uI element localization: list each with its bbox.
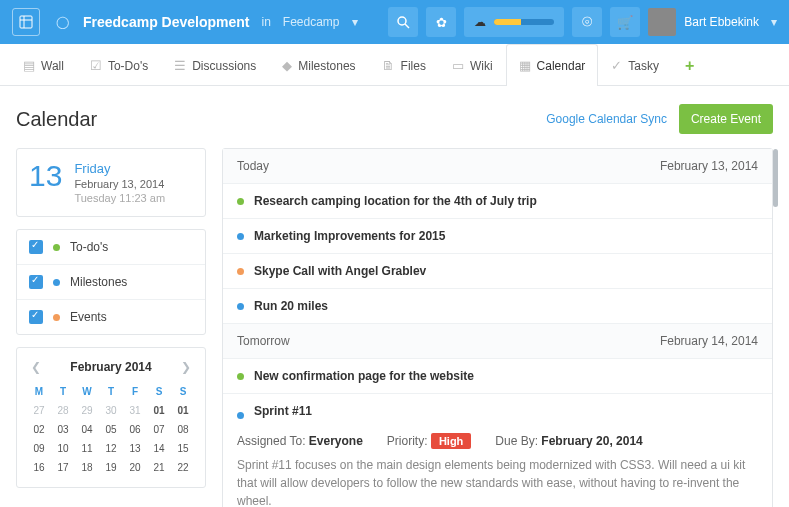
color-dot — [53, 279, 60, 286]
filter-events[interactable]: Events — [17, 299, 205, 334]
section-date: February 14, 2014 — [660, 334, 758, 348]
event-row[interactable]: Marketing Improvements for 2015 — [223, 219, 772, 254]
event-title: Sprint #11 — [254, 404, 312, 418]
filter-label: Events — [70, 310, 107, 324]
cal-prev-icon[interactable]: ❮ — [31, 360, 41, 374]
cal-day[interactable]: 08 — [171, 420, 195, 439]
tab-wall[interactable]: ▤Wall — [10, 44, 77, 86]
event-title: Research camping location for the 4th of… — [254, 194, 537, 208]
cal-day[interactable]: 01 — [171, 401, 195, 420]
discussions-icon: ☰ — [174, 58, 186, 73]
user-name[interactable]: Bart Ebbekink — [684, 15, 759, 29]
filter-list: To-do'sMilestonesEvents — [16, 229, 206, 335]
color-dot — [53, 244, 60, 251]
cal-day[interactable]: 19 — [99, 458, 123, 477]
cal-day[interactable]: 29 — [75, 401, 99, 420]
cal-day[interactable]: 27 — [27, 401, 51, 420]
event-row[interactable]: Skype Call with Angel Grablev — [223, 254, 772, 289]
cal-day[interactable]: 14 — [147, 439, 171, 458]
cal-day[interactable]: 07 — [147, 420, 171, 439]
filter-to-do's[interactable]: To-do's — [17, 230, 205, 264]
storage-indicator[interactable]: ☁ — [464, 7, 564, 37]
svg-line-4 — [405, 24, 409, 28]
event-row[interactable]: Run 20 miles — [223, 289, 772, 324]
event-list: TodayFebruary 13, 2014Research camping l… — [222, 148, 773, 507]
event-row[interactable]: New confirmation page for the website — [223, 359, 772, 394]
cal-day[interactable]: 06 — [123, 420, 147, 439]
project-name[interactable]: Freedcamp Development — [83, 14, 250, 30]
cal-day[interactable]: 03 — [51, 420, 75, 439]
search-icon[interactable] — [388, 7, 418, 37]
chevron-down-icon[interactable]: ▾ — [352, 15, 358, 29]
cal-day[interactable]: 02 — [27, 420, 51, 439]
due-meta: Due By: February 20, 2014 — [495, 434, 642, 448]
app-menu-icon[interactable] — [12, 8, 40, 36]
avatar[interactable] — [648, 8, 676, 36]
cal-day[interactable]: 17 — [51, 458, 75, 477]
cal-day[interactable]: 01 — [147, 401, 171, 420]
tasky-icon: ✓ — [611, 58, 622, 73]
event-title: Skype Call with Angel Grablev — [254, 264, 426, 278]
cal-day[interactable]: 11 — [75, 439, 99, 458]
section-header: TomorrowFebruary 14, 2014 — [223, 324, 772, 359]
cal-day[interactable]: 12 — [99, 439, 123, 458]
checkbox-icon[interactable] — [29, 275, 43, 289]
cal-day[interactable]: 15 — [171, 439, 195, 458]
today-time: Tuesday 11:23 am — [74, 192, 165, 204]
tab-tasky[interactable]: ✓Tasky — [598, 44, 672, 86]
calendar-icon: ▦ — [519, 58, 531, 73]
todos-icon: ☑ — [90, 58, 102, 73]
tab-discussions[interactable]: ☰Discussions — [161, 44, 269, 86]
cal-day[interactable]: 30 — [99, 401, 123, 420]
chevron-down-icon[interactable]: ▾ — [771, 15, 777, 29]
files-icon: 🗎 — [382, 58, 395, 73]
event-row[interactable]: Research camping location for the 4th of… — [223, 184, 772, 219]
svg-point-3 — [398, 17, 406, 25]
cal-day[interactable]: 09 — [27, 439, 51, 458]
scrollbar[interactable] — [773, 149, 778, 207]
filter-label: To-do's — [70, 240, 108, 254]
topbar: ◯ Freedcamp Development in Feedcamp ▾ ✿ … — [0, 0, 789, 44]
page-title: Calendar — [16, 108, 97, 131]
gear-icon[interactable]: ✿ — [426, 7, 456, 37]
cal-day[interactable]: 04 — [75, 420, 99, 439]
workspace-name[interactable]: Feedcamp — [283, 15, 340, 29]
today-weekday: Friday — [74, 161, 165, 176]
section-date: February 13, 2014 — [660, 159, 758, 173]
cal-day[interactable]: 28 — [51, 401, 75, 420]
tab-todos[interactable]: ☑To-Do's — [77, 44, 161, 86]
color-dot — [237, 373, 244, 380]
cart-icon[interactable]: 🛒 — [610, 7, 640, 37]
cal-day[interactable]: 21 — [147, 458, 171, 477]
tab-files[interactable]: 🗎Files — [369, 44, 439, 86]
color-dot — [237, 198, 244, 205]
wiki-icon: ▭ — [452, 58, 464, 73]
wall-icon: ▤ — [23, 58, 35, 73]
event-description: Sprint #11 focuses on the main design el… — [237, 456, 758, 507]
checkbox-icon[interactable] — [29, 310, 43, 324]
mini-calendar: ❮ February 2014 ❯ MTWTFSS272829303101010… — [16, 347, 206, 488]
cal-day[interactable]: 16 — [27, 458, 51, 477]
cal-day[interactable]: 13 — [123, 439, 147, 458]
tab-calendar[interactable]: ▦Calendar — [506, 44, 599, 86]
tab-wiki[interactable]: ▭Wiki — [439, 44, 506, 86]
cal-day[interactable]: 20 — [123, 458, 147, 477]
nav-tabs: ▤Wall☑To-Do's☰Discussions◆Milestones🗎Fil… — [0, 44, 789, 86]
cal-next-icon[interactable]: ❯ — [181, 360, 191, 374]
create-event-button[interactable]: Create Event — [679, 104, 773, 134]
checkbox-icon[interactable] — [29, 240, 43, 254]
cal-day[interactable]: 31 — [123, 401, 147, 420]
color-dot — [237, 268, 244, 275]
google-sync-link[interactable]: Google Calendar Sync — [546, 112, 667, 126]
tab-milestones[interactable]: ◆Milestones — [269, 44, 368, 86]
cal-day[interactable]: 10 — [51, 439, 75, 458]
help-icon[interactable]: ⦾ — [572, 7, 602, 37]
cal-day[interactable]: 05 — [99, 420, 123, 439]
event-title: Run 20 miles — [254, 299, 328, 313]
priority-badge: High — [431, 433, 471, 449]
filter-milestones[interactable]: Milestones — [17, 264, 205, 299]
cal-day[interactable]: 22 — [171, 458, 195, 477]
cal-day[interactable]: 18 — [75, 458, 99, 477]
section-header: TodayFebruary 13, 2014 — [223, 149, 772, 184]
add-tab-button[interactable]: + — [672, 44, 707, 86]
